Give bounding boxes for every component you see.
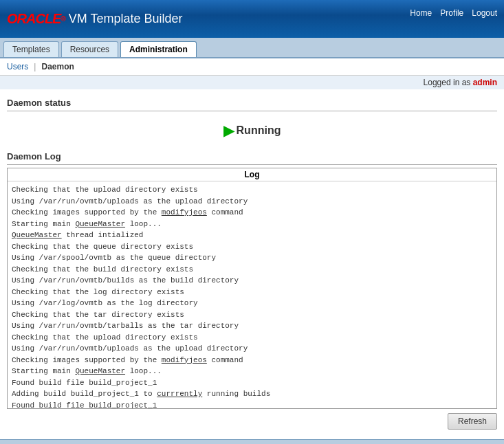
log-line: Found build file build_project_1 xyxy=(12,400,492,409)
refresh-button[interactable]: Refresh xyxy=(448,413,497,430)
daemon-status-area: ▶ Running xyxy=(7,117,497,144)
logout-link[interactable]: Logout xyxy=(472,8,497,18)
tab-administration[interactable]: Administration xyxy=(120,41,197,57)
log-line: Checking images supported by the modifyj… xyxy=(12,207,492,219)
subnav-users[interactable]: Users xyxy=(7,62,28,71)
log-line: Starting main QueueMaster loop... xyxy=(12,219,492,230)
daemon-log-title: Daemon Log xyxy=(7,148,497,165)
log-line: Checking that the build directory exists xyxy=(12,264,492,276)
logo: ORACLE® VM Template Builder xyxy=(7,11,183,27)
daemon-log-section: Daemon Log Log Checking that the upload … xyxy=(7,148,497,409)
log-line: Checking that the queue directory exists xyxy=(12,241,492,253)
log-line: Checking that the upload directory exist… xyxy=(12,184,492,196)
log-line: Checking that the log directory exists xyxy=(12,287,492,298)
log-line: Using /var/log/ovmtb as the log director… xyxy=(12,298,492,309)
home-link[interactable]: Home xyxy=(410,8,432,18)
main-content: Daemon status ▶ Running Daemon Log Log C… xyxy=(0,89,504,439)
profile-link[interactable]: Profile xyxy=(440,8,463,18)
log-line: Starting main QueueMaster loop... xyxy=(12,366,492,377)
log-line: Using /var/run/ovmtb/tarballs as the tar… xyxy=(12,320,492,332)
log-line: Using /var/run/ovmtb/uploads as the uplo… xyxy=(12,343,492,355)
log-line: Adding build build_project_1 to currrent… xyxy=(12,388,492,400)
tab-bar: Templates Resources Administration xyxy=(0,38,504,58)
log-line: Using /var/run/ovmtb/uploads as the uplo… xyxy=(12,196,492,208)
daemon-status-label: Running xyxy=(237,124,281,137)
log-line: QueueMaster thread intialized xyxy=(12,230,492,241)
header: ORACLE® VM Template Builder Home Profile… xyxy=(0,0,504,38)
username: admin xyxy=(473,78,497,87)
login-text: Logged in as xyxy=(424,78,473,87)
subnav-daemon: Daemon xyxy=(41,62,74,71)
sub-nav-separator: | xyxy=(34,62,36,71)
log-line: Checking that the tar directory exists xyxy=(12,309,492,321)
log-line: Checking images supported by the modifyj… xyxy=(12,355,492,366)
log-box-wrapper: Log Checking that the upload directory e… xyxy=(7,168,497,409)
sub-nav: Users | Daemon xyxy=(0,58,504,76)
log-line: Found build file build_project_1 xyxy=(12,377,492,389)
footer-links: Templates Resources Administration xyxy=(0,439,504,444)
app-title: VM Template Builder xyxy=(69,12,183,26)
log-column-header: Log xyxy=(8,168,496,181)
tab-templates[interactable]: Templates xyxy=(3,41,59,57)
header-nav: Home Profile Logout xyxy=(410,8,497,18)
tab-resources[interactable]: Resources xyxy=(61,41,118,57)
oracle-logo-text: ORACLE xyxy=(7,11,61,27)
log-box[interactable]: Checking that the upload directory exist… xyxy=(8,181,496,408)
running-arrow-icon: ▶ xyxy=(223,122,234,139)
log-line: Using /var/run/ovmtb/builds as the build… xyxy=(12,275,492,287)
refresh-area: Refresh xyxy=(7,409,497,434)
registered-symbol: ® xyxy=(61,15,65,23)
daemon-status-title: Daemon status xyxy=(7,95,497,111)
log-line: Using /var/spool/ovmtb as the queue dire… xyxy=(12,252,492,264)
login-status: Logged in as admin xyxy=(0,76,504,89)
log-line: Checking that the upload directory exist… xyxy=(12,332,492,344)
